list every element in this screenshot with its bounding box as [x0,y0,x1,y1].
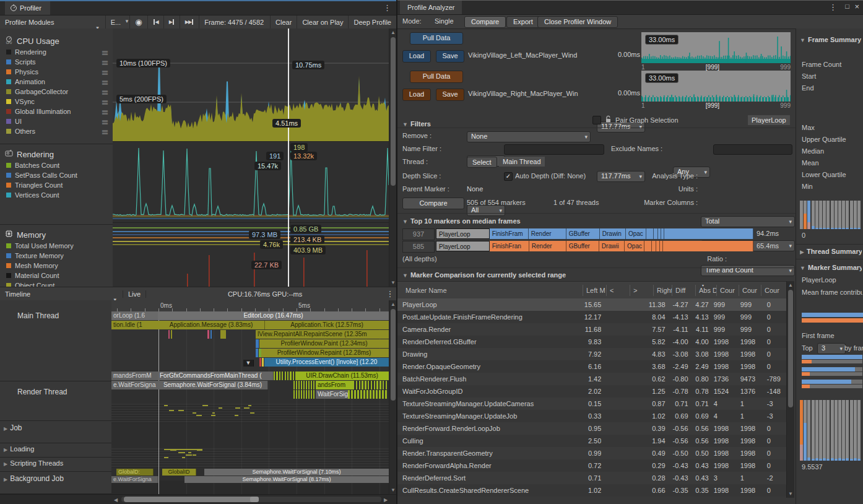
module-item[interactable]: UI ▬▬ [0,116,113,126]
timeline-span[interactable]: Semaphore.WaitForSignal (7.10ms) [204,469,389,476]
column-header[interactable]: Cour [739,285,761,296]
top10-marker-segment[interactable]: PlayerLoop [436,241,490,251]
drag-handle-icon[interactable]: ▬▬ [102,119,108,124]
column-header[interactable]: > [630,285,653,296]
timeline-span[interactable]: orLoop (1.6 [111,311,158,320]
timeline-span[interactable]: UIR.DrawChain (11.53ms) [295,371,389,380]
pair-graph-selection-checkbox[interactable] [592,116,601,124]
histogram[interactable] [800,201,863,229]
next-frame-button[interactable]: ▶ [164,15,180,28]
profiler-charts[interactable]: 10ms (100FPS)5ms (200FPS)10.75ms4.51ms19… [113,28,389,287]
top10-marker-segment[interactable]: PlayerLoop [436,228,490,239]
scroll-thumb[interactable] [124,497,257,502]
module-item[interactable]: Texture Memory [0,251,113,261]
timeline-span[interactable]: Semaphore.WaitForSignal (3.84ms) [158,381,268,389]
histogram[interactable] [800,400,863,461]
analysis-type-dropdown[interactable]: Total [701,216,795,227]
analyzer-menu-icon[interactable]: ⋮ [829,2,837,12]
top10-marker-bar[interactable]: PlayerLoopFinishFramRenderGBufferDrawinO… [436,228,753,239]
table-row[interactable]: RenderForward.RenderLoopJob 0.95 0.39 -0… [397,422,786,435]
scroll-up-icon[interactable]: ▲ [389,302,396,307]
column-header[interactable]: Cour [716,285,739,296]
timeline-thread-row[interactable]: ▶Scripting Threads [0,458,111,472]
table-row[interactable]: Render.OpaqueGeometry 6.16 3.68 -2.49 2.… [397,360,786,373]
marker-columns-dropdown[interactable]: Time and Count [701,265,795,276]
drag-handle-icon[interactable]: ▬▬ [102,59,108,64]
top10-marker-segment[interactable]: Drawii [599,241,625,251]
timeline-thread-row[interactable]: Render Thread [0,381,111,421]
top10-marker-segment[interactable]: FinishFram [490,228,529,239]
drag-handle-icon[interactable]: ▬▬ [102,79,108,84]
module-item[interactable]: Batches Count [0,160,113,170]
foldout-arrow-icon[interactable]: ▶ [4,461,7,467]
drag-handle-icon[interactable]: ▬▬ [102,69,108,74]
frame-index-box[interactable]: 585 [402,241,435,253]
comparison-section-title[interactable]: ▼Marker Comparison for currently selecte… [402,271,566,279]
table-row[interactable]: RenderDeferred.Sort 0.71 0.28 -0.43 0.43… [397,472,786,484]
timeline-menu-icon[interactable]: ⋮ [384,289,396,298]
table-row[interactable]: TextureStreamingManager.UpdateCameras 0.… [397,398,786,410]
top10-section-title[interactable]: ▼Top 10 markers on median frames [402,217,521,225]
table-row[interactable]: WaitForJobGroupID 2.02 1.25 -0.78 0.78 1… [397,385,786,398]
prev-frame-button[interactable]: ◀ [148,15,164,28]
module-item[interactable]: Triangles Count [0,180,113,190]
record-button[interactable]: ◉ [130,15,147,28]
foldout-arrow-icon[interactable]: ▶ [4,447,7,453]
timeline-thread-row[interactable]: ▶Job [0,421,111,443]
column-header[interactable]: Marker Name [402,285,583,296]
thread-select-button[interactable]: Select [467,157,497,168]
module-item[interactable]: Physics ▬▬ [0,67,113,77]
live-button[interactable]: Live [123,290,146,298]
table-row[interactable]: Drawing 7.92 4.83 -3.08 3.08 1998 1998 0 [397,348,786,360]
depth-slice-dropdown[interactable]: All [467,205,505,216]
timeline-span[interactable]: mandsFromM [111,371,158,380]
top10-marker-segment[interactable]: Opac [626,228,646,239]
maximize-icon[interactable]: □ [845,2,849,10]
table-row[interactable]: TextureStreamingManager.UpdateJob 0.33 1… [397,410,786,422]
top10-marker-segment[interactable]: Render [529,241,566,251]
module-item[interactable]: VSync ▬▬ [0,97,113,106]
exclude-names-input[interactable] [713,144,792,155]
top10-marker-segment[interactable]: GBuffer [566,241,599,251]
scroll-down-icon[interactable]: ▼ [389,487,396,493]
filters-section-title[interactable]: ▼Filters [402,120,431,128]
timeline-span[interactable]: Application.Tick (12.57ms) [265,321,389,329]
top10-marker-segment[interactable]: Render [529,228,566,239]
scroll-right-icon[interactable]: ▶ [384,497,388,503]
timeline-span[interactable]: e.WaitForSigna [111,381,158,389]
timeline-span[interactable]: Application.Message (3.83ms) [158,321,265,329]
editor-target-dropdown[interactable]: E... [106,15,131,28]
table-row[interactable]: PlayerLoop 15.65 11.38 -4.27 4.27 999 99… [397,298,786,311]
name-filter-input[interactable] [504,144,604,155]
frame-index-box[interactable]: 937 [402,228,435,240]
top10-marker-segment[interactable] [664,228,753,239]
scroll-down-icon[interactable]: ▼ [787,491,794,497]
timeline-span[interactable]: EditorLoop (16.47ms) [158,311,389,320]
range-dropdown[interactable]: 117.77ms [597,171,645,182]
selected-frame-line[interactable] [288,28,289,287]
charts-scrollbar[interactable]: ▲ ▼ [389,28,396,287]
timeline-thread-row[interactable]: Main Thread [0,300,111,381]
table-row[interactable]: RenderDeferred.GBuffer 9.83 5.82 -4.00 4… [397,336,786,348]
timeline-span[interactable]: ProfilerWindow.Repaint (12.28ms) [259,349,389,357]
module-item[interactable]: Mesh Memory [0,261,113,271]
column-header[interactable]: Cour [761,285,781,296]
table-row[interactable]: Camera.Render 11.68 7.57 -4.11 4.11 999 … [397,323,786,336]
timeline-span[interactable]: ProfilerWindow.Paint (12.34ms) [259,339,389,348]
module-item[interactable]: Total Used Memory [0,241,113,251]
top10-marker-segment[interactable] [652,241,656,251]
module-item[interactable]: Animation ▬▬ [0,77,113,87]
top10-marker-segment[interactable] [663,241,754,251]
top10-marker-segment[interactable]: FinishFran [490,241,529,251]
timeline-span[interactable]: ▼ [243,360,254,367]
frame-summary-title[interactable]: ▼Frame Summary [800,36,862,43]
timeline-span[interactable]: ForGfxCommandsFromMainThread ( [158,371,274,380]
foldout-arrow-icon[interactable]: ▶ [4,426,7,432]
close-icon[interactable]: × [854,2,859,11]
table-row[interactable]: RenderForwardAlpha.Render 0.72 0.29 -0.4… [397,459,786,472]
top10-marker-segment[interactable]: GBuffer [566,228,600,239]
module-item[interactable]: GarbageCollector ▬▬ [0,87,113,97]
module-item[interactable]: Vertices Count [0,190,113,200]
table-row[interactable]: Render.TransparentGeometry 0.99 0.49 -0.… [397,447,786,459]
module-item[interactable]: Others ▬▬ [0,126,113,136]
